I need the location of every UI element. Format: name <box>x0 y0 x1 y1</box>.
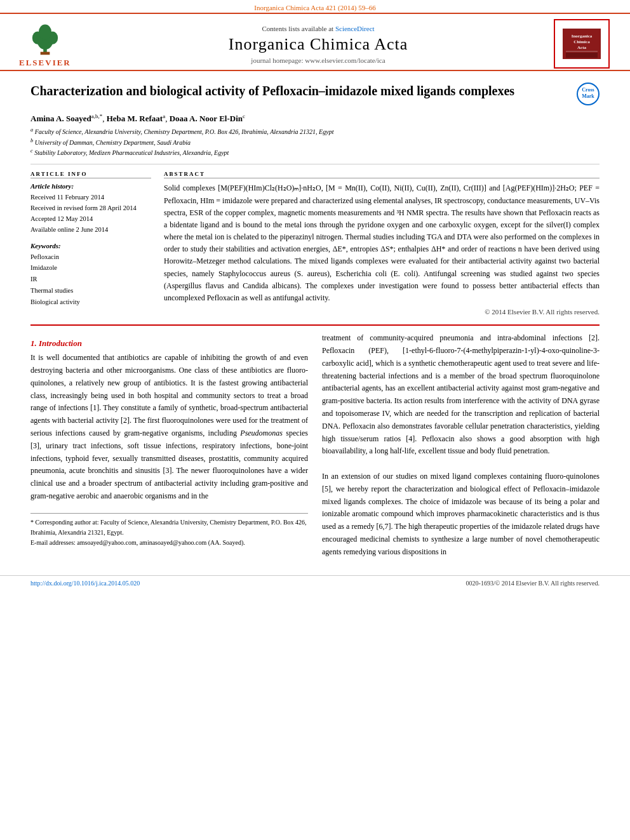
svg-point-4 <box>39 24 51 39</box>
main-left-col: 1. Introduction It is well documented th… <box>30 332 308 558</box>
journal-ref: Inorganica Chimica Acta 421 (2014) 59–66 <box>254 4 375 11</box>
abstract-text: Solid complexes [M(PEF)(HIm)Cl₂(H₂O)ₘ]·n… <box>164 182 600 304</box>
author-1: Amina A. Soayed <box>30 114 91 123</box>
section1-right-text: treatment of community-acquired pneumoni… <box>322 332 600 558</box>
history-label: Article history: <box>30 182 151 190</box>
article-history-block: Article history: Received 11 February 20… <box>30 182 151 235</box>
svg-rect-11 <box>566 53 598 58</box>
contents-available-line: Contents lists available at ScienceDirec… <box>83 25 554 32</box>
author-2: Heba M. Refaat <box>107 114 163 123</box>
author-3: Doaa A. Noor El-Din <box>170 114 243 123</box>
section1-title: 1. Introduction <box>30 338 308 349</box>
affiliation-c: c Stability Laboratory, Medizen Pharmace… <box>30 147 600 157</box>
journal-header: ELSEVIER Contents lists available at Sci… <box>0 13 630 71</box>
thick-divider <box>30 324 600 326</box>
svg-text:Mark: Mark <box>582 93 594 99</box>
svg-text:Cross: Cross <box>582 87 594 93</box>
elsevier-logo-area: ELSEVIER <box>19 22 83 68</box>
svg-text:Acta: Acta <box>577 45 586 50</box>
page-wrapper: Inorganica Chimica Acta 421 (2014) 59–66… <box>0 0 630 840</box>
article-info-abstract-section: ARTICLE INFO Article history: Received 1… <box>30 171 600 316</box>
affiliation-b: b University of Damman, Chemistry Depart… <box>30 137 600 147</box>
crossmark-area: Cross Mark <box>577 83 600 108</box>
paper-title: Characterization and biological activity… <box>30 83 577 100</box>
abstract-col: ABSTRACT Solid complexes [M(PEF)(HIm)Cl₂… <box>164 171 600 316</box>
article-info-col: ARTICLE INFO Article history: Received 1… <box>30 171 151 316</box>
ica-box-image: Inorganica Chimica Acta <box>563 29 601 59</box>
ica-box: Inorganica Chimica Acta <box>554 19 610 69</box>
article-info-header: ARTICLE INFO <box>30 171 151 178</box>
section1-left-text: It is well documented that antibiotics a… <box>30 352 308 503</box>
svg-text:Chimica: Chimica <box>573 39 590 44</box>
issn-text: 0020-1693/© 2014 Elsevier B.V. All right… <box>466 580 600 587</box>
paper-title-section: Characterization and biological activity… <box>30 77 600 108</box>
elsevier-tree-icon <box>26 22 64 57</box>
top-bar: Inorganica Chimica Acta 421 (2014) 59–66 <box>0 0 630 13</box>
accepted-date: Accepted 12 May 2014 <box>30 214 151 225</box>
available-date: Available online 2 June 2014 <box>30 225 151 236</box>
crossmark-icon: Cross Mark <box>577 83 600 105</box>
divider-1 <box>30 164 600 164</box>
copyright-line: © 2014 Elsevier B.V. All rights reserved… <box>164 308 600 316</box>
sciencedirect-link[interactable]: ScienceDirect <box>335 25 375 32</box>
ica-logo-box: Inorganica Chimica Acta <box>554 19 611 70</box>
received-date: Received 11 February 2014 <box>30 192 151 203</box>
svg-text:Inorganica: Inorganica <box>572 34 593 39</box>
journal-title: Inorganica Chimica Acta <box>83 35 554 54</box>
affiliation-a: a Faculty of Science, Alexandria Univers… <box>30 126 600 137</box>
elsevier-label: ELSEVIER <box>19 58 71 68</box>
article-body: Characterization and biological activity… <box>0 71 630 569</box>
doi-link[interactable]: http://dx.doi.org/10.1016/j.ica.2014.05.… <box>30 580 140 587</box>
affiliations: a Faculty of Science, Alexandria Univers… <box>30 126 600 157</box>
keywords-label: Keywords: <box>30 242 151 250</box>
bottom-bar: http://dx.doi.org/10.1016/j.ica.2014.05.… <box>0 575 630 590</box>
journal-homepage: journal homepage: www.elsevier.com/locat… <box>83 57 554 64</box>
footnote-star: * Corresponding author at: Faculty of Sc… <box>30 517 308 538</box>
abstract-header: ABSTRACT <box>164 171 600 178</box>
elsevier-logo: ELSEVIER <box>19 22 71 68</box>
footnote-area: * Corresponding author at: Faculty of Sc… <box>30 513 308 548</box>
keyword-4: Thermal studies <box>30 285 151 297</box>
svg-rect-5 <box>41 51 50 55</box>
keyword-5: Biological activity <box>30 297 151 308</box>
keyword-2: Imidazole <box>30 262 151 274</box>
footnote-email: E-mail addresses: amsoayed@yahoo.com, am… <box>30 538 308 548</box>
main-right-col: treatment of community-acquired pneumoni… <box>322 332 600 558</box>
journal-center: Contents lists available at ScienceDirec… <box>83 22 554 67</box>
authors-line: Amina A. Soayeda,b,*, Heba M. Refaata, D… <box>30 113 600 124</box>
keyword-1: Pefloxacin <box>30 251 151 263</box>
revised-date: Received in revised form 28 April 2014 <box>30 203 151 214</box>
keyword-3: IR <box>30 274 151 285</box>
main-content-section: 1. Introduction It is well documented th… <box>30 332 600 558</box>
keywords-block: Keywords: Pefloxacin Imidazole IR Therma… <box>30 242 151 308</box>
